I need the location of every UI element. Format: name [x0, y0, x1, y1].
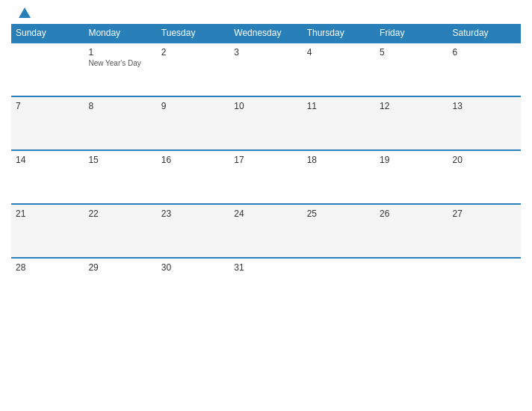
- day-number: 9: [161, 101, 225, 111]
- day-number: 24: [234, 208, 297, 219]
- calendar-cell: 12: [375, 96, 448, 150]
- calendar-week-row: 21222324252627: [11, 204, 521, 258]
- calendar-week-row: 78910111213: [11, 96, 521, 150]
- calendar-cell: 3: [229, 43, 302, 96]
- day-number: 30: [161, 262, 225, 273]
- calendar-cell: 2: [157, 43, 229, 96]
- calendar-cell: 18: [303, 150, 375, 204]
- calendar-cell: [11, 43, 84, 96]
- day-number: 29: [88, 262, 152, 273]
- day-number: 18: [307, 155, 371, 165]
- day-number: 27: [453, 208, 516, 219]
- weekday-header-saturday: Saturday: [448, 24, 521, 43]
- calendar-cell: 9: [157, 96, 229, 150]
- logo: [15, 7, 31, 18]
- day-number: 10: [234, 101, 297, 111]
- day-number: 19: [380, 155, 443, 165]
- day-number: 3: [234, 47, 297, 58]
- day-number: 23: [161, 208, 225, 219]
- day-number: 28: [16, 262, 79, 273]
- day-number: 1: [88, 47, 152, 58]
- day-number: 8: [88, 101, 152, 111]
- calendar-cell: [448, 258, 521, 312]
- day-number: 12: [380, 101, 443, 111]
- calendar-week-row: 28293031: [11, 258, 521, 312]
- day-number: 2: [161, 47, 225, 58]
- day-number: 13: [453, 101, 516, 111]
- day-number: 26: [380, 208, 443, 219]
- calendar-cell: 13: [448, 96, 521, 150]
- day-number: 7: [16, 101, 79, 111]
- calendar-cell: 8: [84, 96, 156, 150]
- calendar-cell: 1New Year's Day: [84, 43, 156, 96]
- calendar-cell: 21: [11, 204, 84, 258]
- day-number: 15: [88, 155, 152, 165]
- weekday-header-monday: Monday: [84, 24, 156, 43]
- calendar-cell: 14: [11, 150, 84, 204]
- calendar-cell: 26: [375, 204, 448, 258]
- calendar-cell: 30: [157, 258, 229, 312]
- calendar-cell: 20: [448, 150, 521, 204]
- calendar-cell: 31: [229, 258, 302, 312]
- day-number: 17: [234, 155, 297, 165]
- calendar-cell: 16: [157, 150, 229, 204]
- calendar-table: SundayMondayTuesdayWednesdayThursdayFrid…: [11, 24, 521, 312]
- calendar-week-row: 14151617181920: [11, 150, 521, 204]
- calendar-cell: [375, 258, 448, 312]
- calendar-cell: 28: [11, 258, 84, 312]
- day-number: 5: [380, 47, 443, 58]
- calendar-container: SundayMondayTuesdayWednesdayThursdayFrid…: [0, 0, 532, 411]
- weekday-header-wednesday: Wednesday: [229, 24, 302, 43]
- calendar-cell: 22: [84, 204, 156, 258]
- calendar-cell: 27: [448, 204, 521, 258]
- calendar-header: [11, 7, 521, 18]
- day-number: 21: [16, 208, 79, 219]
- weekday-header-tuesday: Tuesday: [157, 24, 229, 43]
- calendar-cell: 7: [11, 96, 84, 150]
- calendar-cell: 5: [375, 43, 448, 96]
- calendar-cell: 19: [375, 150, 448, 204]
- calendar-cell: 11: [303, 96, 375, 150]
- weekday-header-friday: Friday: [375, 24, 448, 43]
- calendar-cell: 4: [303, 43, 375, 96]
- calendar-cell: 29: [84, 258, 156, 312]
- day-number: 25: [307, 208, 371, 219]
- weekday-header-row: SundayMondayTuesdayWednesdayThursdayFrid…: [11, 24, 521, 43]
- calendar-cell: 25: [303, 204, 375, 258]
- day-number: 14: [16, 155, 79, 165]
- calendar-cell: [303, 258, 375, 312]
- holiday-label: New Year's Day: [88, 59, 152, 67]
- day-number: 11: [307, 101, 371, 111]
- day-number: 31: [234, 262, 297, 273]
- weekday-header-sunday: Sunday: [11, 24, 84, 43]
- day-number: 20: [453, 155, 516, 165]
- day-number: 4: [307, 47, 371, 58]
- calendar-cell: 24: [229, 204, 302, 258]
- calendar-cell: 15: [84, 150, 156, 204]
- calendar-cell: 23: [157, 204, 229, 258]
- day-number: 6: [453, 47, 516, 58]
- logo-triangle-icon: [19, 7, 31, 18]
- day-number: 22: [88, 208, 152, 219]
- day-number: 16: [161, 155, 225, 165]
- weekday-header-thursday: Thursday: [303, 24, 375, 43]
- calendar-cell: 6: [448, 43, 521, 96]
- calendar-cell: 17: [229, 150, 302, 204]
- calendar-week-row: 1New Year's Day23456: [11, 43, 521, 96]
- calendar-cell: 10: [229, 96, 302, 150]
